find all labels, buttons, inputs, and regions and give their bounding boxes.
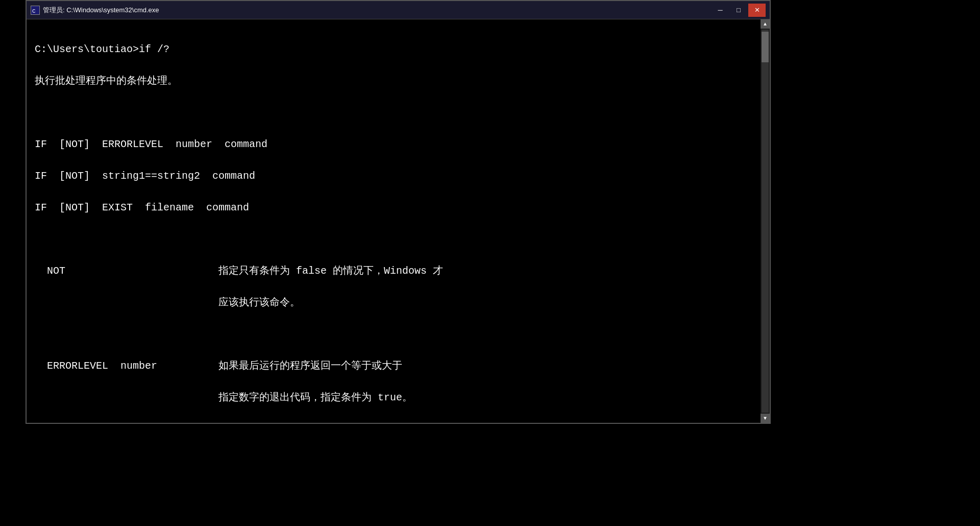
content-area: C:\Users\toutiao>if /? 执行批处理程序中的条件处理。 IF… — [27, 19, 770, 423]
svg-text:C: C — [32, 8, 36, 14]
prompt-line: C:\Users\toutiao>if /? — [35, 41, 752, 57]
title-bar: C 管理员: C:\Windows\system32\cmd.exe ─ □ ✕ — [27, 1, 770, 19]
param-errorlevel: ERRORLEVEL number 如果最后运行的程序返回一个等于或大于 — [35, 358, 752, 374]
cmd-icon: C — [31, 6, 40, 15]
param-errorlevel-cont: 指定数字的退出代码，指定条件为 true。 — [35, 390, 752, 405]
terminal-output[interactable]: C:\Users\toutiao>if /? 执行批处理程序中的条件处理。 IF… — [27, 19, 761, 423]
scroll-track[interactable] — [762, 30, 769, 413]
scroll-thumb[interactable] — [762, 32, 769, 62]
blank-line2 — [35, 231, 752, 247]
param-not-cont: 应该执行该命令。 — [35, 295, 752, 310]
minimize-button[interactable]: ─ — [712, 4, 729, 17]
blank-line4 — [35, 421, 752, 423]
maximize-button[interactable]: □ — [730, 4, 747, 17]
window-title: 管理员: C:\Windows\system32\cmd.exe — [43, 6, 159, 15]
close-button[interactable]: ✕ — [748, 4, 766, 17]
cmd-window: C 管理员: C:\Windows\system32\cmd.exe ─ □ ✕… — [26, 0, 771, 424]
param-not: NOT 指定只有条件为 false 的情况下，Windows 才 — [35, 263, 752, 279]
syntax-line-2: IF [NOT] string1==string2 command — [35, 168, 752, 184]
blank-line3 — [35, 326, 752, 342]
blank-line1 — [35, 105, 752, 121]
syntax-line-1: IF [NOT] ERRORLEVEL number command — [35, 136, 752, 152]
description-line: 执行批处理程序中的条件处理。 — [35, 73, 752, 89]
syntax-line-3: IF [NOT] EXIST filename command — [35, 200, 752, 216]
scroll-up-arrow[interactable]: ▲ — [761, 19, 770, 29]
scroll-down-arrow[interactable]: ▼ — [761, 414, 770, 423]
title-bar-left: C 管理员: C:\Windows\system32\cmd.exe — [31, 6, 159, 15]
window-controls: ─ □ ✕ — [712, 4, 766, 17]
scrollbar[interactable]: ▲ ▼ — [761, 19, 770, 423]
